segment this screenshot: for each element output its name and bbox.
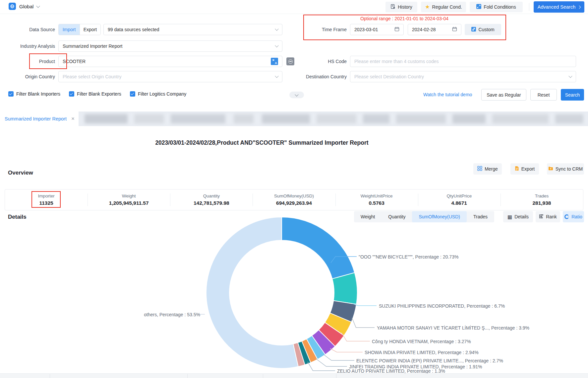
origin-country-label: Origin Country — [9, 71, 55, 82]
stat-label: Importer — [38, 193, 54, 198]
merge-label: Merge — [485, 166, 498, 172]
checkbox-checked-icon — [8, 91, 14, 97]
product-input[interactable] — [63, 59, 271, 64]
overview-heading: Overview — [8, 170, 33, 176]
collapse-form-button[interactable] — [289, 92, 304, 98]
chevron-down-icon — [275, 27, 278, 31]
stat-quantity: Quantity142,781,579.98 — [170, 189, 253, 210]
search-button[interactable]: Search — [561, 89, 584, 101]
fold-icon — [476, 4, 481, 10]
sync-to-crm-button[interactable]: Sync to CRM — [547, 163, 584, 175]
product-input-wrap: A — [58, 56, 282, 67]
stat-value: 1,205,945,911.57 — [109, 200, 149, 206]
custom-range-button[interactable]: Custom — [465, 24, 501, 35]
censored-content — [452, 114, 486, 123]
date-to-input[interactable] — [412, 27, 452, 32]
table-column-divider — [336, 374, 336, 378]
merge-icon — [477, 166, 482, 172]
close-icon[interactable]: × — [71, 115, 75, 122]
stat-label: SumOfMoney(USD) — [274, 193, 314, 198]
folder-icon — [548, 166, 553, 172]
star-icon: ★ — [425, 4, 430, 10]
topbar-divider — [529, 3, 529, 11]
industry-analysis-label: Industry Analysis — [9, 40, 55, 52]
top-bar: Global History ★ Regular Cond. Fold Cond… — [0, 0, 588, 14]
table-column-divider — [187, 374, 188, 378]
calendar-icon[interactable] — [394, 27, 399, 33]
fold-conditions-label: Fold Conditions — [484, 4, 516, 10]
date-from-input[interactable] — [354, 27, 394, 32]
export-label: Export — [521, 166, 535, 172]
stat-qty-unit-price: QtyUnitPrice4.8671 — [418, 189, 500, 210]
filter-logitics-company-checkbox[interactable]: Filter Logitics Company — [130, 91, 186, 97]
destination-country-select[interactable]: Please select Destination Country — [350, 71, 576, 82]
censored-content — [555, 114, 583, 123]
stat-label: Weight — [122, 193, 136, 198]
censored-content — [134, 114, 164, 123]
chart-label: ELENTEC POWER INDIA (EPI) PRIVATE LIMITE… — [356, 358, 503, 363]
reset-button[interactable]: Reset — [530, 89, 557, 101]
report-title: 2023/03/01-2024/02/28,Product AND"SCOOTE… — [0, 139, 524, 146]
fold-conditions-button[interactable]: Fold Conditions — [470, 2, 523, 12]
export-button[interactable]: Export — [510, 163, 539, 175]
censored-content — [171, 114, 225, 123]
hs-code-input[interactable] — [354, 59, 572, 64]
importer-ratio-chart — [0, 212, 588, 373]
globe-icon — [9, 3, 16, 10]
tab-export[interactable]: Export — [80, 24, 100, 35]
filter-blank-exporters-checkbox[interactable]: Filter Blank Exporters — [69, 91, 121, 97]
censored-content — [262, 114, 310, 123]
data-source-label: Data Source — [9, 24, 55, 35]
region-label: Global — [19, 4, 33, 9]
stat-trades: Trades281,938 — [500, 189, 583, 210]
censored-content — [234, 114, 254, 123]
industry-analysis-value: Summarized Importer Report — [63, 43, 123, 49]
chevron-right-icon — [578, 5, 581, 9]
tab-summarized-importer-report[interactable]: Summarized Importer Report × — [0, 112, 79, 126]
censored-content — [363, 114, 389, 123]
custom-label: Custom — [478, 27, 494, 32]
stat-label: Trades — [535, 193, 549, 198]
region-selector[interactable]: Global — [9, 3, 39, 10]
stat-weight-unit-price: WeightUnitPrice0.5763 — [335, 189, 418, 210]
export-file-icon — [515, 166, 519, 172]
filter-blank-exporters-label: Filter Blank Exporters — [77, 91, 121, 97]
translate-icon[interactable]: A — [271, 58, 278, 65]
equals-circle-icon — [288, 59, 293, 64]
chart-label: Công ty HONDA VIETNAM, Percentage : 3.27… — [372, 339, 471, 344]
result-tab-strip — [0, 112, 588, 126]
stat-label: WeightUnitPrice — [361, 193, 393, 198]
tutorial-link[interactable]: Watch the tutorial demo — [423, 92, 472, 97]
tab-import[interactable]: Import — [59, 24, 80, 35]
regular-cond-button[interactable]: ★ Regular Cond. — [421, 2, 466, 12]
history-button[interactable]: History — [385, 2, 417, 12]
exact-match-icon[interactable] — [286, 57, 294, 65]
product-label: Product — [9, 56, 55, 67]
checkbox-checked-icon — [69, 91, 74, 97]
stat-value: 694,929,263.94 — [276, 200, 312, 206]
origin-country-select[interactable]: Please select Origin Country — [58, 71, 282, 82]
chevron-down-icon — [275, 74, 278, 78]
industry-analysis-select[interactable]: Summarized Importer Report — [58, 40, 282, 52]
advanced-search-button[interactable]: Advanced Search — [534, 1, 584, 13]
hs-code-input-wrap — [350, 56, 576, 67]
chart-label: "OOO ""NEW BICYCLE""", Percentage : 20.7… — [359, 254, 458, 260]
sync-to-crm-label: Sync to CRM — [556, 166, 583, 172]
save-as-regular-button[interactable]: Save as Regular — [481, 89, 526, 101]
stat-value: 4.8671 — [451, 200, 467, 206]
censored-content — [85, 114, 128, 123]
hs-code-label: HS Code — [294, 56, 347, 67]
filter-blank-importers-checkbox[interactable]: Filter Blank Importers — [8, 91, 60, 97]
history-icon — [390, 4, 395, 10]
data-sources-select[interactable]: 99 data sources selected — [103, 24, 282, 35]
stat-sum-of-money: SumOfMoney(USD)694,929,263.94 — [253, 189, 335, 210]
table-column-divider — [263, 374, 263, 378]
table-column-divider — [50, 374, 50, 378]
stat-weight: Weight1,205,945,911.57 — [88, 189, 170, 210]
pie-slice-0[interactable] — [282, 217, 355, 279]
stat-value: 0.5763 — [369, 200, 384, 206]
stat-value: 11325 — [39, 200, 53, 206]
calendar-icon[interactable] — [452, 27, 457, 33]
merge-button[interactable]: Merge — [473, 163, 502, 175]
chart-label: SUZUKI PHILIPPINES INCORPORATED, Percent… — [379, 303, 505, 309]
